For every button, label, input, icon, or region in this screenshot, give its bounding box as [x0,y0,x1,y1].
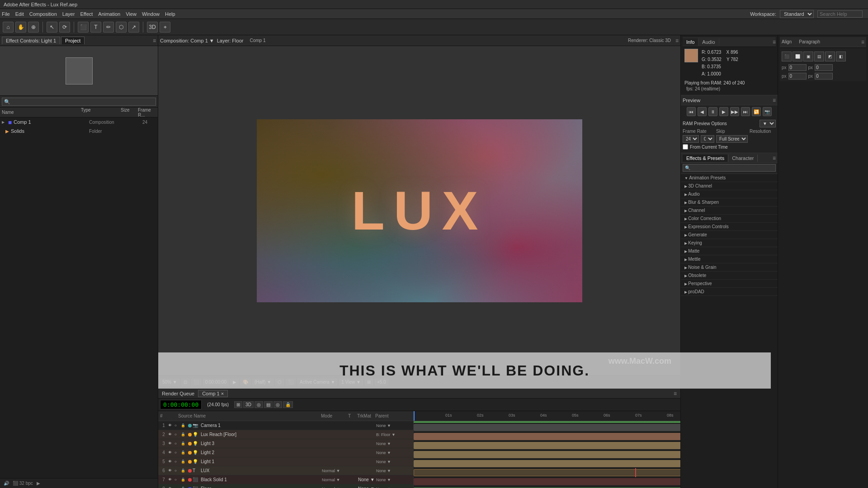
align-right[interactable]: ▣ [803,52,813,61]
timeline-menu[interactable]: ≡ [674,390,677,397]
layer-lock-6[interactable]: 🔒 [181,469,187,473]
category-audio[interactable]: Audio [681,190,778,198]
skip-select[interactable]: 0 [701,135,714,143]
render-queue-label[interactable]: Render Queue [162,391,194,396]
layer-solo-3[interactable]: ○ [175,441,181,446]
tool-zoom[interactable]: ⊕ [28,22,39,33]
tool-puppet[interactable]: ↗ [128,22,139,33]
layer-parent-5[interactable]: None ▼ [376,460,412,464]
time-display[interactable]: 0:00:00:00 [160,400,202,409]
layer-eye-3[interactable]: 👁 [168,441,175,446]
layer-lock-2[interactable]: 🔒 [181,432,187,436]
left-panel-close[interactable]: ≡ [153,38,156,44]
prev-play[interactable]: ▶ [719,107,728,116]
layer-parent-4[interactable]: None ▼ [376,450,412,455]
layer-trimat-8[interactable]: None ▼ [358,486,376,488]
composition-viewer[interactable]: LUX www.MacW.com [158,46,680,375]
menu-file[interactable]: File [2,11,10,17]
layer-row-luxreach[interactable]: 2 👁 ○ 🔒 💡 Lux Reach [Floor] B: Floor ▼ [158,430,413,439]
menu-help[interactable]: Help [165,11,175,17]
layer-parent-7[interactable]: None ▼ [376,478,412,482]
workspace-select[interactable]: Standard [780,10,814,18]
menu-effect[interactable]: Effect [80,11,93,17]
align-left[interactable]: ⬛ [782,52,792,61]
align-center-h[interactable]: ⬜ [793,52,802,61]
prev-stop[interactable]: ⏸ [708,107,717,116]
layer-row-light2[interactable]: 4 👁 ○ 🔒 💡 Light 2 None ▼ [158,448,413,457]
project-item-comp1[interactable]: ▶ ◼ Comp 1 Composition 24 [0,117,158,127]
distribute-y-input[interactable] [815,73,833,80]
resolution-select-2[interactable]: Full Screen Half [716,135,748,143]
tool-home[interactable]: ⌂ [3,22,14,33]
timeline-tracks[interactable]: 01s 02s 03s 04s 05s 06s 07s 08s 09s [414,411,680,488]
menu-view[interactable]: View [126,11,137,17]
category-generate[interactable]: Generate [681,231,778,239]
category-color-correction[interactable]: Color Correction [681,215,778,223]
from-current-checkbox[interactable] [683,144,688,150]
pos-x-input[interactable] [788,64,807,71]
tab-align[interactable]: Align [782,39,792,44]
layer-eye-7[interactable]: 👁 [168,478,175,482]
prev-prev-frame[interactable]: ◀ [698,107,707,116]
category-matte[interactable]: Matte [681,247,778,255]
comp1-timeline-tab[interactable]: Comp 1 × [198,390,228,397]
layer-mode-8[interactable]: Normal ▼ [322,487,349,488]
project-search-input[interactable] [2,98,156,106]
expand-comp1[interactable]: ▶ [2,120,5,124]
tool-rect[interactable]: ⬛ [78,22,89,33]
tab-project[interactable]: Project [61,37,85,44]
layer-controls-btn[interactable]: ⊞ [234,401,242,408]
solo-btn[interactable]: ◎ [274,401,282,408]
layer-parent-2[interactable]: B: Floor ▼ [376,432,412,437]
effects-panel-close[interactable]: ≡ [773,155,776,161]
preview-panel-close[interactable]: ≡ [773,97,776,103]
tool-camera-orbit[interactable]: ⟳ [59,22,70,33]
tool-text[interactable]: T [90,22,101,33]
tab-character[interactable]: Character [728,155,758,162]
layer-parent-1[interactable]: None ▼ [376,423,412,428]
tool-select[interactable]: ↖ [47,22,57,33]
prev-last-frame[interactable]: ⏭ [741,107,750,116]
distribute-x-input[interactable] [788,73,807,80]
layer-eye-5[interactable]: 👁 [168,460,175,464]
tab-layer[interactable]: Layer: Floor [217,38,244,43]
category-noise-grain[interactable]: Noise & Grain [681,263,778,272]
tool-3d[interactable]: 3D [147,22,158,33]
category-keying[interactable]: Keying [681,239,778,247]
prev-loop[interactable]: 🔁 [752,107,761,116]
layer-lock-4[interactable]: 🔒 [181,450,187,455]
layer-lock-5[interactable]: 🔒 [181,460,187,464]
menu-composition[interactable]: Composition [29,11,57,17]
tool-pen[interactable]: ✏ [103,22,114,33]
category-expression-controls[interactable]: Expression Controls [681,223,778,231]
category-obsolete[interactable]: Obsolete [681,272,778,280]
category-channel[interactable]: Channel [681,206,778,215]
draft-3d-btn[interactable]: 3D [243,401,254,408]
menu-edit[interactable]: Edit [15,11,24,17]
prev-camera[interactable]: 📷 [763,107,772,116]
frame-rate-select[interactable]: 24 [683,135,699,143]
layer-row-blacksolid[interactable]: 7 👁 ○ 🔒 ⬛ Black Solid 1 Normal ▼ None ▼ … [158,475,413,484]
viewer-menu[interactable]: ≡ [675,38,679,44]
category-perspective[interactable]: Perspective [681,280,778,288]
prev-first-frame[interactable]: ⏮ [687,107,696,116]
layer-eye-2[interactable]: 👁 [168,432,175,436]
playhead[interactable] [414,411,415,421]
layer-row-lux[interactable]: 6 👁 ○ 🔒 T LUX Normal ▼ None ▼ [158,466,413,475]
frame-blending-btn[interactable]: ▤ [264,401,273,408]
lock-btn[interactable]: 🔒 [283,401,293,408]
layer-solo-4[interactable]: ○ [175,450,181,455]
category-prodad[interactable]: proDAD [681,288,778,296]
layer-row-light3[interactable]: 3 👁 ○ 🔒 💡 Light 3 None ▼ [158,439,413,448]
tool-snap[interactable]: ⌖ [160,22,170,33]
search-help-input[interactable] [817,10,863,18]
tool-hand[interactable]: ✋ [15,22,26,33]
layer-row-camera1[interactable]: 1 👁 ○ 🔒 📷 Camera 1 None ▼ [158,421,413,430]
category-blur-sharpen[interactable]: Blur & Sharpen [681,198,778,206]
layer-mode-7[interactable]: Normal ▼ [322,478,349,482]
align-center-v[interactable]: ◩ [825,52,835,61]
layer-solo-1[interactable]: ○ [175,423,181,427]
layer-solo-7[interactable]: ○ [175,478,181,482]
align-top[interactable]: ▤ [814,52,824,61]
tab-effects-presets[interactable]: Effects & Presets [683,155,728,162]
